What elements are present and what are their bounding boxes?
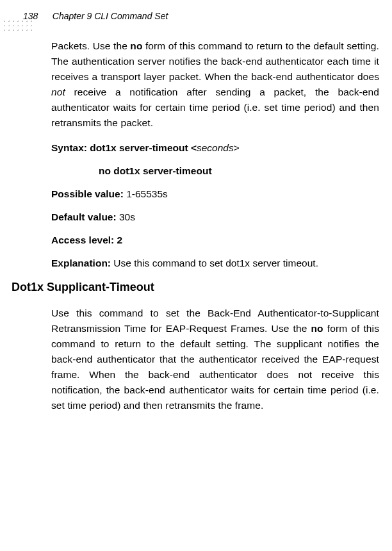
default-val: 30s: [119, 211, 135, 222]
section-heading: Dot1x Supplicant-Timeout: [12, 281, 339, 294]
syntax-end: >: [234, 142, 240, 153]
syntax-label: Syntax: dot1x server-timeout <: [51, 142, 197, 153]
text: receive a notification after sending a p…: [51, 86, 379, 128]
possible-value: Possible value: 1-65535s: [51, 188, 379, 200]
second-paragraph: Use this command to set the Back-End Aut…: [51, 306, 379, 413]
keyword-no: no: [130, 40, 142, 51]
keyword-not: not: [51, 86, 65, 97]
default-value: Default value: 30s: [51, 211, 379, 223]
syntax-line: Syntax: dot1x server-timeout <seconds>: [51, 142, 379, 154]
explanation-val: Use this command to set dot1x server tim…: [113, 258, 318, 268]
default-label: Default value:: [51, 211, 119, 222]
explanation: Explanation: Use this command to set dot…: [51, 258, 379, 269]
access-level: Access level: 2: [51, 234, 379, 246]
page-header: 138 Chapter 9 CLI Command Set: [0, 10, 392, 21]
chapter-title: Chapter 9 CLI Command Set: [53, 11, 168, 21]
text: form of this command to return to the de…: [51, 323, 379, 411]
text: Packets. Use the: [51, 40, 130, 51]
possible-label: Possible value:: [51, 188, 126, 199]
possible-val: 1-65535s: [126, 188, 168, 199]
syntax-arg: seconds: [197, 142, 234, 153]
access-label: Access level: 2: [51, 234, 122, 245]
page: 138 Chapter 9 CLI Command Set Packets. U…: [0, 0, 392, 551]
page-number: 138: [23, 11, 38, 21]
content-area: Packets. Use the no form of this command…: [51, 38, 379, 425]
no-form-line: no dot1x server-timeout: [99, 165, 379, 177]
intro-paragraph: Packets. Use the no form of this command…: [51, 38, 379, 131]
explanation-label: Explanation:: [51, 258, 113, 268]
keyword-no: no: [311, 323, 323, 334]
